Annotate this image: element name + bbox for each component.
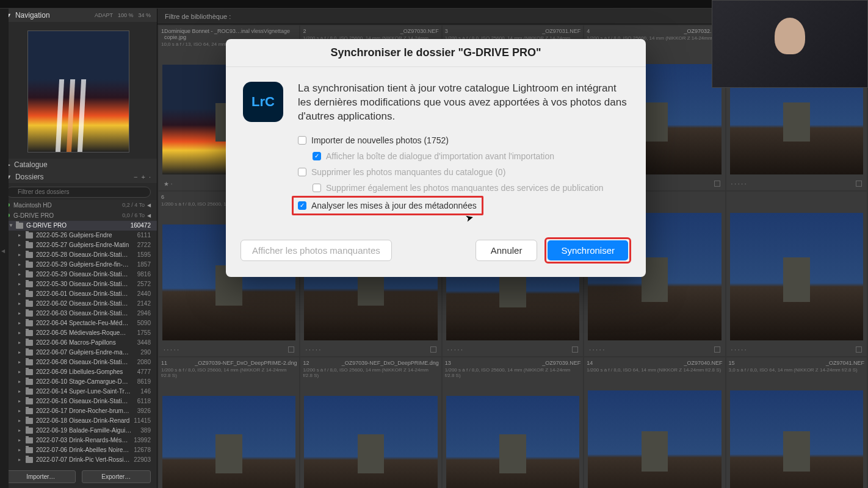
option-label: Afficher la boîte de dialogue d'importat… xyxy=(326,151,554,161)
webcam-overlay xyxy=(712,0,868,88)
option-label: Analyser les mises à jour des métadonnée… xyxy=(311,201,477,210)
option-remove-missing[interactable]: Supprimer les photos manquantes du catal… xyxy=(298,164,629,180)
show-missing-button[interactable]: Afficher les photos manquantes xyxy=(241,240,392,261)
synchronize-button[interactable]: Synchroniser xyxy=(548,240,628,260)
checkbox-checked-icon[interactable] xyxy=(313,152,321,160)
lightroom-classic-icon: LrC xyxy=(243,82,283,122)
highlight-frame: Synchroniser xyxy=(544,237,631,264)
option-scan-metadata[interactable]: Analyser les mises à jour des métadonnée… xyxy=(292,196,483,215)
checkbox-checked-icon[interactable] xyxy=(298,201,306,210)
dialog-title: Synchroniser le dossier "G-DRIVE PRO" xyxy=(226,39,646,66)
sync-folder-dialog: Synchroniser le dossier "G-DRIVE PRO" Lr… xyxy=(226,39,646,277)
option-remove-missing-publish[interactable]: Supprimer également les photos manquante… xyxy=(298,180,629,196)
dialog-description: La synchronisation tient à jour votre ca… xyxy=(298,82,629,124)
checkbox-icon[interactable] xyxy=(298,136,306,145)
cancel-button[interactable]: Annuler xyxy=(476,240,538,261)
option-label: Supprimer les photos manquantes du catal… xyxy=(311,167,505,177)
option-label: Supprimer également les photos manquante… xyxy=(326,183,604,193)
option-label: Importer de nouvelles photos (1752) xyxy=(311,135,449,145)
checkbox-icon[interactable] xyxy=(313,184,321,192)
option-show-import-dialog[interactable]: Afficher la boîte de dialogue d'importat… xyxy=(298,148,629,164)
checkbox-icon[interactable] xyxy=(298,168,306,176)
option-import-new[interactable]: Importer de nouvelles photos (1752) xyxy=(298,132,629,148)
